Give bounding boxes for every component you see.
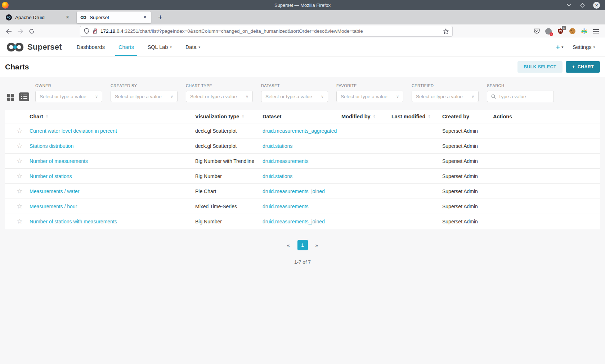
certified-select[interactable]: Select or type a value∨ — [412, 91, 479, 102]
favorite-star-icon[interactable]: ☆ — [17, 127, 23, 135]
favorite-select[interactable]: Select or type a value∨ — [336, 91, 403, 102]
insecure-lock-icon[interactable] — [93, 28, 98, 34]
chart-link[interactable]: Current water level deviation in percent — [30, 128, 117, 134]
search-icon — [491, 94, 496, 99]
nav-sql-lab[interactable]: SQL Lab▾ — [141, 38, 179, 56]
table-row: ☆ Number of measurements Big Number with… — [5, 154, 600, 169]
prev-page-button[interactable]: « — [287, 242, 290, 248]
maximize-icon[interactable] — [579, 2, 585, 8]
viz-type: Big Number with Trendline — [195, 158, 263, 164]
next-page-button[interactable]: » — [315, 242, 318, 248]
cookie-extension-icon[interactable] — [567, 26, 578, 36]
main-nav: Dashboards Charts SQL Lab▾ Data▾ — [70, 38, 207, 56]
chart-link[interactable]: Measurements / hour — [30, 204, 77, 209]
charts-list-content: OWNER Select or type a value∨ CREATED BY… — [0, 77, 605, 343]
hamburger-menu-icon[interactable] — [591, 26, 601, 36]
dataset-link[interactable]: druid.measurements_aggregated — [263, 128, 337, 134]
new-tab-button[interactable]: + — [156, 13, 165, 22]
col-chart[interactable]: Chart▲▼ — [30, 114, 195, 119]
chart-link[interactable]: Number of stations — [30, 173, 72, 179]
superset-logo[interactable]: Superset — [6, 42, 62, 52]
card-view-toggle-icon[interactable] — [7, 94, 14, 101]
nav-data[interactable]: Data▾ — [179, 38, 207, 56]
row-count-summary: 1-7 of 7 — [0, 259, 605, 265]
navigation-toolbar: 172.18.0.4:32251/chart/list/?pageIndex=0… — [0, 24, 605, 38]
chevron-down-icon: ▾ — [199, 45, 201, 49]
list-view-toggle-icon[interactable] — [19, 92, 29, 101]
reload-icon[interactable] — [27, 26, 37, 36]
url-bar[interactable]: 172.18.0.4:32251/chart/list/?pageIndex=0… — [80, 26, 453, 37]
back-icon[interactable] — [4, 26, 14, 36]
brand-name: Superset — [27, 42, 62, 52]
viz-type: Pie Chart — [195, 188, 263, 194]
chart-type-select[interactable]: Select or type a value∨ — [186, 91, 253, 102]
chevron-down-icon: ∨ — [396, 94, 399, 99]
minimize-icon[interactable] — [566, 2, 572, 8]
created-by-select[interactable]: Select or type a value∨ — [111, 91, 178, 102]
close-tab-icon[interactable]: × — [65, 14, 70, 21]
viz-type: Big Number — [195, 219, 263, 224]
filter-dataset: DATASET Select or type a value∨ — [261, 83, 328, 102]
add-chart-button[interactable]: +CHART — [566, 61, 600, 73]
col-last-modified[interactable]: Last modified▲▼ — [391, 114, 442, 119]
favorite-star-icon[interactable]: ☆ — [17, 187, 23, 195]
favorite-star-icon[interactable]: ☆ — [17, 203, 23, 210]
adblock-badge: 4 — [562, 26, 566, 30]
created-by: Superset Admin — [442, 173, 493, 179]
favorite-star-icon[interactable]: ☆ — [17, 142, 23, 150]
created-by: Superset Admin — [442, 204, 493, 209]
dataset-select[interactable]: Select or type a value∨ — [261, 91, 328, 102]
tracking-shield-icon[interactable] — [84, 28, 89, 34]
col-modified-by[interactable]: Modified by▲▼ — [341, 114, 391, 119]
druid-icon — [6, 14, 12, 21]
new-item-menu[interactable]: +▾ — [556, 43, 563, 51]
bulk-select-button[interactable]: BULK SELECT — [517, 61, 563, 73]
chart-link[interactable]: Number of measurements — [30, 158, 88, 164]
nav-charts[interactable]: Charts — [112, 38, 141, 56]
chart-link[interactable]: Measurements / water — [30, 188, 80, 194]
chevron-down-icon: ▾ — [593, 45, 595, 49]
url-host: 172.18.0.4 — [100, 28, 124, 34]
favorite-star-icon[interactable]: ☆ — [17, 218, 23, 225]
chevron-down-icon: ∨ — [95, 94, 98, 99]
page-1-button[interactable]: 1 — [297, 240, 308, 250]
page-header: Charts BULK SELECT +CHART — [0, 56, 605, 77]
dataset-link[interactable]: druid.stations — [263, 173, 292, 179]
bookmark-star-icon[interactable] — [443, 28, 449, 34]
close-tab-icon[interactable]: × — [143, 14, 147, 21]
superset-icon — [80, 14, 86, 21]
chart-link[interactable]: Stations distribution — [30, 143, 73, 149]
sort-icon[interactable]: ▲▼ — [373, 115, 376, 118]
dataset-link[interactable]: druid.measurements_joined — [263, 219, 325, 224]
created-by: Superset Admin — [442, 143, 493, 149]
sort-icon[interactable]: ▲▼ — [242, 115, 244, 118]
created-by: Superset Admin — [442, 128, 493, 134]
settings-menu[interactable]: Settings▾ — [573, 44, 595, 50]
owner-select[interactable]: Select or type a value∨ — [35, 91, 102, 102]
dataset-link[interactable]: druid.measurements — [263, 158, 309, 164]
chevron-down-icon: ∨ — [321, 94, 324, 99]
dataset-link[interactable]: druid.stations — [263, 143, 292, 149]
pocket-icon[interactable] — [531, 26, 542, 36]
adblock-shield-icon[interactable]: 4 — [555, 26, 566, 36]
account-extension-icon[interactable] — [543, 26, 554, 36]
dataset-link[interactable]: druid.measurements_joined — [263, 188, 325, 194]
favorite-star-icon[interactable]: ☆ — [17, 157, 23, 165]
dataset-link[interactable]: druid.measurements — [263, 204, 309, 209]
nav-dashboards[interactable]: Dashboards — [70, 38, 112, 56]
plus-icon: + — [572, 64, 575, 70]
sort-icon[interactable]: ▲▼ — [46, 115, 48, 118]
filter-chart-type: CHART TYPE Select or type a value∨ — [186, 83, 253, 102]
table-row: ☆ Number of stations with measurements B… — [5, 214, 600, 229]
forward-icon[interactable] — [15, 26, 25, 36]
search-input[interactable] — [498, 94, 550, 99]
favorite-star-icon[interactable]: ☆ — [17, 172, 23, 180]
viz-type: deck.gl Scatterplot — [195, 143, 263, 149]
tab-superset[interactable]: Superset × — [77, 12, 151, 23]
chart-link[interactable]: Number of stations with measurements — [30, 219, 117, 224]
col-visualization-type[interactable]: Visualization type▲▼ — [195, 114, 263, 119]
tab-apache-druid[interactable]: Apache Druid × — [2, 12, 73, 23]
close-window-icon[interactable]: × — [593, 2, 600, 9]
colorful-extension-icon[interactable] — [579, 26, 590, 36]
sort-icon[interactable]: ▲▼ — [428, 115, 430, 118]
